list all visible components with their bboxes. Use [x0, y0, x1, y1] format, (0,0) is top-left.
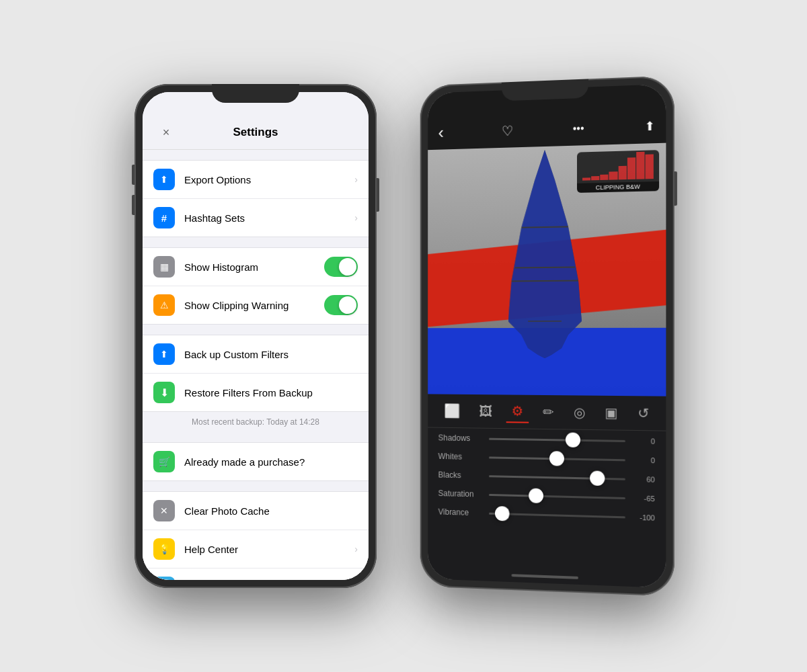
close-icon: × — [163, 126, 170, 140]
shadows-label: Shadows — [438, 433, 484, 444]
photo-canvas: CLIPPING B&W — [428, 143, 666, 396]
settings-screen-container: × Settings ⬆ Export Options › # — [143, 92, 369, 580]
photo-tool[interactable]: 🖼 — [473, 401, 497, 421]
list-item[interactable]: ▦ Show Histogram — [143, 248, 369, 286]
section-utilities: ✕ Clear Photo Cache 💡 Help Center › ▲ Co… — [143, 491, 369, 580]
shadows-track[interactable] — [489, 437, 625, 442]
blacks-track[interactable] — [489, 475, 625, 480]
section-backup: ⬆ Back up Custom Filters ⬇ Restore Filte… — [143, 335, 369, 412]
list-item[interactable]: 💡 Help Center › — [143, 530, 369, 569]
clipping-warning-icon: ⚠ — [153, 294, 175, 316]
photo-toolbar: ⬜ 🖼 ⚙ ✏ ◎ ▣ ↺ — [428, 394, 666, 431]
settings-screen: × Settings ⬆ Export Options › # — [143, 92, 369, 580]
photo-screen-container: ‹ ♡ ••• ⬆ — [428, 84, 666, 588]
backup-icon: ⬆ — [153, 343, 175, 365]
vibrance-value: -100 — [631, 513, 655, 521]
histogram-label: CLIPPING B&W — [577, 181, 659, 193]
blacks-slider-row: Blacks 60 — [438, 470, 655, 485]
list-item[interactable]: ⬆ Export Options › — [143, 161, 369, 199]
rotate-tool[interactable]: ↺ — [632, 402, 655, 424]
vibrance-label: Vibrance — [438, 507, 484, 518]
list-item[interactable]: ⬇ Restore Filters From Backup — [143, 374, 369, 411]
eiffel-tower — [502, 145, 588, 382]
whites-label: Whites — [438, 452, 484, 462]
contact-icon: ▲ — [153, 577, 175, 580]
section-purchase: 🛒 Already made a purchase? — [143, 442, 369, 481]
close-button[interactable]: × — [156, 122, 176, 142]
svg-marker-1 — [508, 149, 582, 358]
cache-icon: ✕ — [153, 500, 175, 521]
crop-tool[interactable]: ⬜ — [438, 400, 465, 421]
sliders-area: Shadows 0 Whites 0 — [428, 427, 666, 574]
svg-line-2 — [521, 226, 568, 227]
vibrance-track[interactable] — [489, 512, 625, 518]
export-icon: ⬆ — [153, 169, 175, 190]
whites-value: 0 — [631, 456, 655, 464]
svg-line-3 — [514, 267, 575, 268]
share-button[interactable]: ⬆ — [644, 118, 654, 134]
list-item[interactable]: ⬆ Back up Custom Filters — [143, 335, 369, 374]
chevron-right-icon: › — [354, 544, 358, 554]
hashtag-icon: # — [153, 207, 175, 228]
whites-track[interactable] — [489, 456, 625, 461]
restore-filters-label: Restore Filters From Backup — [184, 387, 358, 398]
whites-slider-row: Whites 0 — [438, 452, 655, 465]
home-bar-dark — [512, 574, 578, 579]
purchase-label: Already made a purchase? — [184, 456, 358, 468]
back-button[interactable]: ‹ — [438, 122, 444, 143]
photo-screen: ‹ ♡ ••• ⬆ — [428, 84, 666, 588]
show-histogram-label: Show Histogram — [184, 261, 324, 273]
settings-body: ⬆ Export Options › # Hashtag Sets › — [143, 150, 369, 580]
blacks-value: 60 — [631, 475, 655, 484]
help-center-label: Help Center — [184, 544, 354, 555]
sliders-tool[interactable]: ⚙ — [506, 400, 529, 423]
notch-right — [502, 79, 588, 101]
saturation-value: -65 — [631, 494, 655, 503]
purchase-icon: 🛒 — [153, 451, 175, 472]
backup-custom-filters-label: Back up Custom Filters — [184, 349, 358, 360]
power-button[interactable] — [377, 178, 379, 212]
section-export-hashtag: ⬆ Export Options › # Hashtag Sets › — [143, 160, 369, 237]
list-item[interactable]: ✕ Clear Photo Cache — [143, 492, 369, 530]
show-clipping-warning-label: Show Clipping Warning — [184, 300, 324, 311]
clear-photo-cache-label: Clear Photo Cache — [184, 505, 358, 517]
hashtag-sets-label: Hashtag Sets — [184, 212, 354, 224]
saturation-slider-row: Saturation -65 — [438, 489, 655, 503]
clipping-toggle[interactable] — [324, 295, 358, 315]
phone-left: × Settings ⬆ Export Options › # — [134, 84, 377, 588]
histogram-overlay: CLIPPING B&W — [577, 150, 659, 193]
list-item[interactable]: ⚠ Show Clipping Warning — [143, 286, 369, 324]
brush-tool[interactable]: ✏ — [537, 401, 560, 423]
power-button-right[interactable] — [675, 171, 677, 206]
favorite-button[interactable]: ♡ — [502, 122, 514, 138]
scene: × Settings ⬆ Export Options › # — [134, 81, 672, 591]
histogram-chart — [577, 150, 659, 183]
export-options-label: Export Options — [184, 174, 354, 185]
shadows-slider-row: Shadows 0 — [438, 433, 655, 446]
restore-icon: ⬇ — [153, 382, 175, 403]
list-item[interactable]: # Hashtag Sets › — [143, 199, 369, 237]
vol-up-button[interactable] — [132, 165, 134, 185]
blacks-label: Blacks — [438, 470, 484, 480]
circle-tool[interactable]: ◎ — [568, 401, 590, 423]
backup-note: Most recent backup: Today at 14:28 — [143, 412, 369, 432]
square-tool[interactable]: ▣ — [599, 402, 623, 424]
notch — [212, 84, 299, 103]
chevron-right-icon: › — [354, 212, 358, 223]
saturation-track[interactable] — [489, 493, 625, 499]
help-icon: 💡 — [153, 538, 175, 560]
phone-right: ‹ ♡ ••• ⬆ — [420, 75, 675, 596]
vol-down-button[interactable] — [132, 195, 134, 215]
more-button[interactable]: ••• — [573, 122, 584, 135]
shadows-value: 0 — [631, 437, 655, 446]
section-toggles: ▦ Show Histogram ⚠ Show Clipping Warning — [143, 247, 369, 325]
vibrance-slider-row: Vibrance -100 — [438, 507, 655, 523]
chevron-right-icon: › — [354, 174, 358, 185]
list-item[interactable]: 🛒 Already made a purchase? — [143, 443, 369, 480]
histogram-toggle[interactable] — [324, 257, 358, 277]
histogram-icon: ▦ — [153, 256, 175, 278]
saturation-label: Saturation — [438, 489, 484, 499]
settings-title: Settings — [176, 126, 335, 139]
list-item[interactable]: ▲ Contact Us — [143, 569, 369, 580]
svg-line-4 — [512, 281, 578, 282]
